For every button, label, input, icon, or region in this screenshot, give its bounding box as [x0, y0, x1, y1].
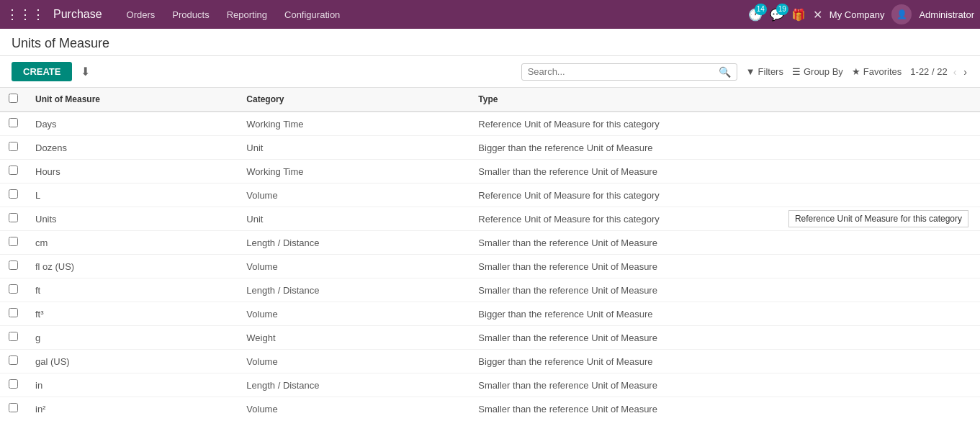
chat-badge-icon[interactable]: 💬 19 — [770, 8, 784, 22]
row-category[interactable]: Unit — [238, 207, 469, 231]
search-box: 🔍 — [521, 63, 737, 81]
row-type[interactable]: Bigger than the reference Unit of Measur… — [469, 136, 980, 160]
favorites-button[interactable]: ★ Favorites — [852, 66, 902, 77]
row-category[interactable]: Volume — [238, 350, 469, 373]
row-checkbox[interactable] — [9, 379, 18, 389]
row-type[interactable]: Reference Unit of Measure for this categ… — [469, 112, 980, 136]
tooltip-box: Reference Unit of Measure for this categ… — [788, 210, 968, 227]
row-category[interactable]: Volume — [238, 397, 469, 417]
row-category[interactable]: Unit — [238, 136, 469, 160]
clock-badge: 14 — [755, 4, 767, 15]
row-checkbox-cell — [0, 278, 27, 302]
table-row: g Weight Smaller than the reference Unit… — [0, 326, 980, 350]
row-checkbox[interactable] — [9, 237, 18, 246]
row-unit[interactable]: fl oz (US) — [27, 255, 238, 278]
units-table: Unit of Measure Category Type Days Worki… — [0, 88, 980, 417]
row-checkbox-cell — [0, 207, 27, 231]
search-icon: 🔍 — [719, 66, 731, 78]
row-unit[interactable]: Dozens — [27, 136, 238, 160]
row-unit[interactable]: Days — [27, 112, 238, 136]
next-page-button[interactable]: › — [962, 65, 968, 79]
download-button[interactable]: ⬇ — [78, 62, 93, 81]
row-unit[interactable]: cm — [27, 231, 238, 255]
row-type[interactable]: Smaller than the reference Unit of Measu… — [469, 373, 980, 397]
clock-badge-icon[interactable]: 🕐 14 — [748, 8, 763, 22]
row-unit[interactable]: Hours — [27, 160, 238, 184]
row-checkbox-cell — [0, 136, 27, 160]
row-type[interactable]: Smaller than the reference Unit of Measu… — [469, 231, 980, 255]
row-category[interactable]: Volume — [238, 302, 469, 326]
row-unit[interactable]: gal (US) — [27, 350, 238, 373]
row-unit[interactable]: in — [27, 373, 238, 397]
app-name[interactable]: Purchase — [53, 8, 102, 21]
row-category[interactable]: Weight — [238, 326, 469, 350]
row-category[interactable]: Length / Distance — [238, 278, 469, 302]
table-row: gal (US) Volume Bigger than the referenc… — [0, 350, 980, 373]
select-all-checkbox[interactable] — [9, 94, 18, 103]
table-row: ft Length / Distance Smaller than the re… — [0, 278, 980, 302]
row-checkbox[interactable] — [9, 213, 18, 222]
row-checkbox[interactable] — [9, 142, 18, 151]
close-icon[interactable]: ✕ — [813, 8, 822, 22]
toolbar: CREATE ⬇ 🔍 ▼ Filters ☰ Group By ★ Favori… — [0, 56, 980, 88]
row-category[interactable]: Volume — [238, 255, 469, 278]
page-header: Units of Measure — [0, 29, 980, 56]
row-checkbox[interactable] — [9, 284, 18, 294]
row-checkbox[interactable] — [9, 403, 18, 412]
nav-products[interactable]: Products — [165, 6, 216, 23]
gift-icon[interactable]: 🎁 — [791, 8, 806, 22]
row-unit[interactable]: Units — [27, 207, 238, 231]
create-button[interactable]: CREATE — [12, 62, 72, 81]
row-unit[interactable]: L — [27, 184, 238, 207]
row-unit[interactable]: ft — [27, 278, 238, 302]
avatar[interactable]: 👤 — [891, 4, 912, 24]
groupby-button[interactable]: ☰ Group By — [792, 66, 843, 77]
row-type[interactable]: Smaller than the reference Unit of Measu… — [469, 255, 980, 278]
row-category[interactable]: Length / Distance — [238, 373, 469, 397]
table-row: Days Working Time Reference Unit of Meas… — [0, 112, 980, 136]
row-checkbox[interactable] — [9, 260, 18, 270]
row-unit[interactable]: g — [27, 326, 238, 350]
row-checkbox-cell — [0, 231, 27, 255]
row-checkbox-cell — [0, 160, 27, 184]
header-unit-of-measure: Unit of Measure — [27, 88, 238, 112]
app-grid-icon[interactable]: ⋮⋮⋮ — [6, 6, 45, 22]
row-type[interactable]: Bigger than the reference Unit of Measur… — [469, 302, 980, 326]
filter-group: ▼ Filters ☰ Group By ★ Favorites — [746, 66, 902, 77]
table-row: Dozens Unit Bigger than the reference Un… — [0, 136, 980, 160]
row-category[interactable]: Volume — [238, 184, 469, 207]
filters-button[interactable]: ▼ Filters — [746, 66, 783, 77]
prev-page-button[interactable]: ‹ — [952, 65, 958, 79]
row-unit[interactable]: in² — [27, 397, 238, 417]
company-label[interactable]: My Company — [830, 9, 885, 20]
row-checkbox[interactable] — [9, 166, 18, 175]
user-label[interactable]: Administrator — [919, 9, 974, 20]
row-type[interactable]: Smaller than the reference Unit of Measu… — [469, 160, 980, 184]
row-type[interactable]: Bigger than the reference Unit of Measur… — [469, 350, 980, 373]
row-checkbox[interactable] — [9, 189, 18, 199]
row-type[interactable]: Reference Unit of Measure for this categ… — [469, 184, 980, 207]
nav-orders[interactable]: Orders — [120, 6, 163, 23]
row-type[interactable]: Reference Unit of Measure for this categ… — [469, 207, 980, 231]
table-row: in Length / Distance Smaller than the re… — [0, 373, 980, 397]
row-category[interactable]: Length / Distance — [238, 231, 469, 255]
nav-configuration[interactable]: Configuration — [277, 6, 347, 23]
nav-links: Orders Products Reporting Configuration — [120, 6, 742, 23]
nav-right: 🕐 14 💬 19 🎁 ✕ My Company 👤 Administrator — [748, 4, 974, 24]
row-category[interactable]: Working Time — [238, 160, 469, 184]
row-checkbox-cell — [0, 255, 27, 278]
row-checkbox[interactable] — [9, 308, 18, 317]
table-row: Units Unit Reference Unit of Measure for… — [0, 207, 980, 231]
row-type[interactable]: Smaller than the reference Unit of Measu… — [469, 397, 980, 417]
row-checkbox[interactable] — [9, 332, 18, 341]
row-type[interactable]: Smaller than the reference Unit of Measu… — [469, 278, 980, 302]
row-category[interactable]: Working Time — [238, 112, 469, 136]
row-checkbox[interactable] — [9, 355, 18, 365]
row-type[interactable]: Smaller than the reference Unit of Measu… — [469, 326, 980, 350]
toolbar-right: 🔍 ▼ Filters ☰ Group By ★ Favorites 1-22 … — [521, 63, 968, 81]
table-row: in² Volume Smaller than the reference Un… — [0, 397, 980, 417]
search-input[interactable] — [528, 66, 714, 77]
nav-reporting[interactable]: Reporting — [220, 6, 274, 23]
row-unit[interactable]: ft³ — [27, 302, 238, 326]
row-checkbox[interactable] — [9, 118, 18, 127]
